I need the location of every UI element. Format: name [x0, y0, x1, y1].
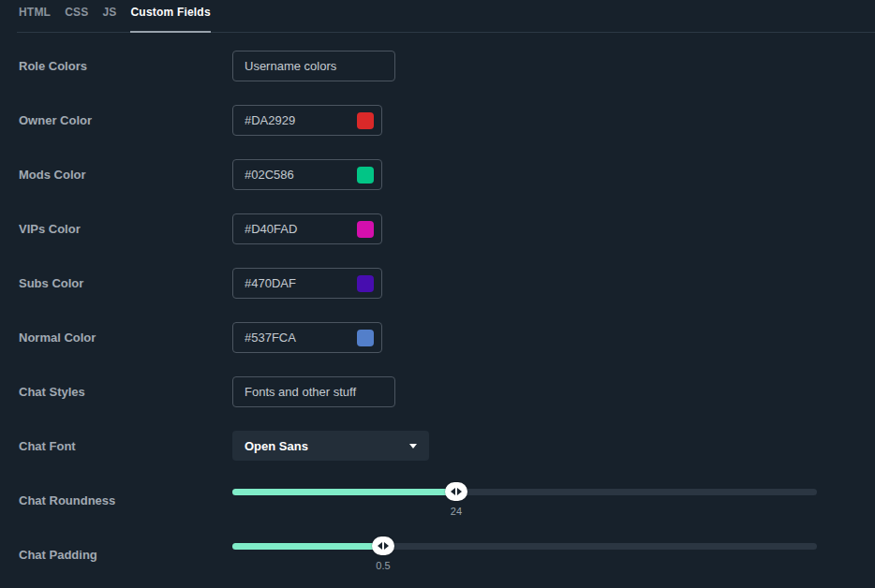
chat-font-select[interactable]: Open Sans: [232, 431, 429, 461]
vips-color-input[interactable]: [233, 222, 348, 236]
role-colors-label: Role Colors: [0, 51, 232, 81]
arrow-left-icon: [378, 542, 382, 550]
field-row-role-colors: Role Colors: [0, 51, 875, 105]
role-colors-input[interactable]: [232, 51, 395, 81]
owner-color-swatch[interactable]: [357, 112, 374, 129]
chat-styles-label: Chat Styles: [0, 376, 232, 407]
field-row-normal-color: Normal Color: [0, 322, 875, 376]
subs-color-input[interactable]: [233, 276, 348, 290]
chat-roundness-handle[interactable]: [445, 482, 467, 501]
field-row-vips-color: VIPs Color: [0, 213, 875, 268]
custom-fields-panel: Role Colors Owner Color Mods Color VIPs …: [0, 33, 875, 588]
tab-custom-fields[interactable]: Custom Fields: [130, 0, 210, 33]
chat-font-selected-value: Open Sans: [232, 439, 308, 453]
chat-styles-input[interactable]: [232, 376, 395, 407]
field-row-chat-padding: Chat Padding 0.5: [0, 539, 875, 588]
field-row-subs-color: Subs Color: [0, 268, 875, 322]
arrow-left-icon: [451, 488, 455, 495]
tab-js[interactable]: JS: [102, 0, 116, 33]
chat-padding-handle[interactable]: [372, 537, 394, 555]
chat-roundness-label: Chat Roundness: [0, 485, 232, 516]
owner-color-label: Owner Color: [0, 105, 232, 136]
chat-roundness-value: 24: [451, 506, 462, 517]
field-row-mods-color: Mods Color: [0, 159, 875, 213]
normal-color-label: Normal Color: [0, 322, 232, 353]
chat-roundness-fill: [232, 489, 456, 495]
tab-bar: HTML CSS JS Custom Fields: [17, 0, 875, 33]
field-row-chat-font: Chat Font Open Sans: [0, 431, 875, 485]
chat-padding-label: Chat Padding: [0, 539, 232, 570]
field-row-chat-styles: Chat Styles: [0, 376, 875, 431]
subs-color-swatch[interactable]: [357, 275, 374, 292]
mods-color-input[interactable]: [233, 168, 348, 182]
mods-color-swatch[interactable]: [357, 167, 374, 184]
mods-color-label: Mods Color: [0, 159, 232, 190]
tab-css[interactable]: CSS: [65, 0, 88, 33]
mods-color-box: [232, 159, 382, 190]
normal-color-input[interactable]: [233, 331, 348, 345]
subs-color-label: Subs Color: [0, 268, 232, 299]
owner-color-input[interactable]: [233, 113, 348, 127]
arrow-right-icon: [384, 542, 389, 550]
chat-padding-fill: [232, 543, 383, 550]
field-row-chat-roundness: Chat Roundness 24: [0, 485, 875, 539]
vips-color-label: VIPs Color: [0, 213, 232, 244]
chevron-down-icon: [409, 444, 417, 448]
owner-color-box: [232, 105, 382, 136]
normal-color-swatch[interactable]: [357, 330, 374, 346]
chat-padding-value: 0.5: [376, 560, 390, 571]
normal-color-box: [232, 322, 382, 353]
field-row-owner-color: Owner Color: [0, 105, 875, 159]
chat-font-label: Chat Font: [0, 431, 232, 462]
arrow-right-icon: [457, 488, 462, 495]
tab-html[interactable]: HTML: [19, 0, 51, 33]
subs-color-box: [232, 268, 382, 299]
vips-color-box: [232, 213, 382, 244]
vips-color-swatch[interactable]: [357, 221, 374, 238]
